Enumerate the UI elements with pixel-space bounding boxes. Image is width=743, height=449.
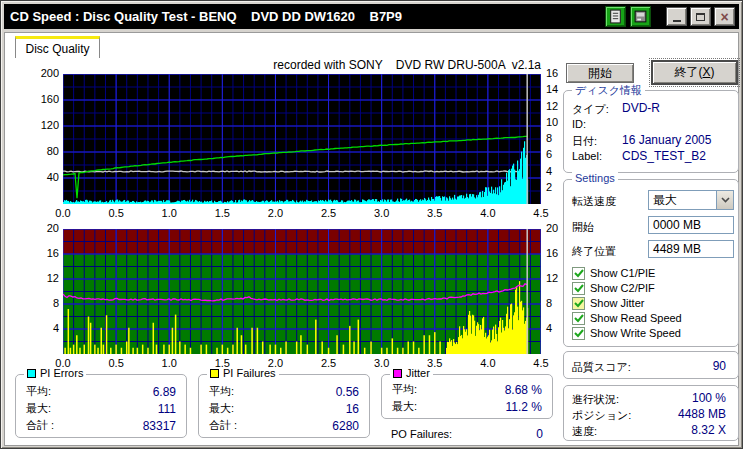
window-title: CD Speed : Disc Quality Test - BENQ DVD … <box>4 9 402 24</box>
checkbox-show-jitter[interactable]: Show Jitter <box>572 296 644 310</box>
minimize-button[interactable] <box>666 7 687 26</box>
start-pos-label: 開始 <box>572 220 594 235</box>
disc-date-value: 16 January 2005 <box>622 133 711 147</box>
log-icon[interactable] <box>605 6 626 27</box>
po-failures-label: PO Failures: <box>391 428 452 440</box>
stat-value: 83317 <box>143 419 176 433</box>
checkbox-box <box>572 282 585 295</box>
maximize-button[interactable] <box>690 7 711 26</box>
jitter-panel: Jitter 平均:8.68 % 最大:11.2 % <box>381 374 553 419</box>
close-icon: × <box>720 10 728 24</box>
stat-label: 平均: <box>392 382 417 397</box>
disc-id-label: ID: <box>572 118 586 130</box>
checkbox-show-c2-pif[interactable]: Show C2/PIF <box>572 281 655 295</box>
stat-value: 6280 <box>332 419 359 433</box>
po-failures-row: PO Failures: 0 <box>391 425 543 442</box>
axis-tick-label: 4.0 <box>474 207 502 219</box>
axis-tick-label: 80 <box>23 145 59 157</box>
stat-value: 11.2 % <box>506 400 542 414</box>
axis-tick-label: 2.5 <box>315 357 343 369</box>
quality-plot <box>63 74 541 204</box>
axis-tick-label: 3.0 <box>368 207 396 219</box>
start-pos-field[interactable]: 0000 MB <box>648 216 734 234</box>
speed-select[interactable]: 最大 <box>648 190 734 210</box>
axis-tick-label: 16 <box>23 247 59 259</box>
checkbox-show-write-speed[interactable]: Show Write Speed <box>572 326 681 340</box>
position-value: 4488 MB <box>678 407 726 421</box>
settings-panel: Settings 転送速度 最大 開始 0000 MB 終了位置 4489 MB… <box>563 179 739 347</box>
check-icon <box>574 314 584 323</box>
checkbox-box <box>572 267 585 280</box>
pi-errors-panel: PI Errors 平均:6.89 最大:111 合計 :83317 <box>15 374 187 438</box>
checkbox-label: Show Read Speed <box>590 312 682 324</box>
stat-value: 0.56 <box>336 385 359 399</box>
maximize-icon <box>696 13 705 21</box>
axis-tick-label: 40 <box>23 171 59 183</box>
position-label: ポジション: <box>572 408 631 423</box>
pi-failures-title: PI Failures <box>223 367 276 379</box>
chevron-down-icon[interactable] <box>716 191 733 209</box>
app-window: CD Speed : Disc Quality Test - BENQ DVD … <box>0 0 743 449</box>
start-pos-value: 0000 MB <box>653 218 701 232</box>
end-pos-value: 4489 MB <box>653 242 701 256</box>
axis-tick-label: 12 <box>23 272 59 284</box>
checkbox-show-read-speed[interactable]: Show Read Speed <box>572 311 682 325</box>
checkbox-label: Show Write Speed <box>590 327 681 339</box>
checkbox-box <box>572 312 585 325</box>
report-book-icon <box>608 9 623 24</box>
minimize-icon <box>673 20 681 22</box>
quality-score-value: 90 <box>713 359 726 373</box>
quality-score-panel: 品質スコア: 90 <box>563 351 739 379</box>
start-button-label: 開始 <box>588 65 612 82</box>
po-failures-value: 0 <box>536 427 543 441</box>
disc-type-label: タイプ: <box>572 102 609 117</box>
stat-value: 6.89 <box>153 385 176 399</box>
pi-failures-panel: PI Failures 平均:0.56 最大:16 合計 :6280 <box>198 374 370 438</box>
disc-info-title: ディスク情報 <box>575 83 642 98</box>
drive-icon[interactable] <box>630 6 651 27</box>
title-bar[interactable]: CD Speed : Disc Quality Test - BENQ DVD … <box>4 4 739 29</box>
jitter-plot <box>63 229 541 354</box>
axis-tick-label: 4.0 <box>474 357 502 369</box>
end-pos-field[interactable]: 4489 MB <box>648 240 734 258</box>
speed-select-value: 最大 <box>649 191 716 209</box>
stat-value: 8.68 % <box>505 383 542 397</box>
quality-chart: 20016012080401614121086420.00.51.01.52.0… <box>5 33 561 225</box>
progress-value: 100 % <box>692 391 726 405</box>
disc-label-label: Label: <box>572 150 602 162</box>
progress-panel: 進行状況: 100 % ポジション: 4488 MB 速度: 8.32 X <box>563 385 739 441</box>
axis-tick-label: 4.5 <box>527 357 555 369</box>
jitter-chart: 20161284201612840.00.51.01.52.02.53.03.5… <box>5 229 561 379</box>
check-icon <box>574 329 584 338</box>
axis-tick-label: 1.5 <box>208 207 236 219</box>
stat-label: 平均: <box>26 384 51 399</box>
stat-value: 16 <box>346 402 359 416</box>
axis-tick-label: 0.5 <box>102 357 130 369</box>
disc-type-value: DVD-R <box>622 101 660 115</box>
axis-tick-label: 20 <box>23 222 59 234</box>
disc-info-panel: ディスク情報 タイプ: DVD-R ID: 日付: 16 January 200… <box>563 90 739 173</box>
stat-value: 111 <box>158 402 176 416</box>
pi-failures-swatch <box>210 369 219 378</box>
speed-label: 転送速度 <box>572 194 616 209</box>
axis-tick-label: 1.0 <box>155 357 183 369</box>
disc-label-value: CDS_TEST_B2 <box>622 149 706 163</box>
close-button[interactable]: × <box>714 7 735 26</box>
axis-tick-label: 200 <box>23 67 59 79</box>
exit-button[interactable]: 終了(X) <box>651 60 738 85</box>
pi-errors-swatch <box>27 369 36 378</box>
settings-title: Settings <box>575 172 615 184</box>
speed-current-value: 8.32 X <box>691 423 726 437</box>
checkbox-show-c1-pie[interactable]: Show C1/PIE <box>572 266 655 280</box>
end-pos-label: 終了位置 <box>572 244 616 259</box>
axis-tick-label: 0.5 <box>102 207 130 219</box>
stat-label: 最大: <box>392 399 417 414</box>
checkbox-label: Show C2/PIF <box>590 282 655 294</box>
start-button[interactable]: 開始 <box>566 63 634 83</box>
checkbox-box <box>572 327 585 340</box>
axis-tick-label: 160 <box>23 93 59 105</box>
jitter-title: Jitter <box>406 367 430 379</box>
check-icon <box>574 284 584 293</box>
quality-score-label: 品質スコア: <box>572 360 631 375</box>
pi-errors-title: PI Errors <box>40 367 83 379</box>
